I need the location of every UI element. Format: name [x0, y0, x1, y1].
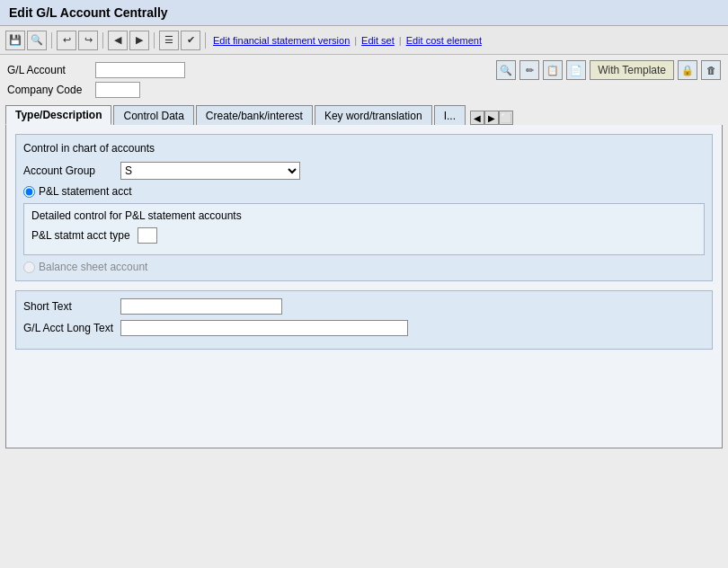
account-group-row: Account Group S [23, 162, 705, 180]
matchcode-button[interactable]: 🔍 [496, 60, 516, 80]
tab-control-data-label: Control Data [123, 110, 183, 122]
toolbar: 💾 🔍 ↩ ↪ ◀ ▶ ☰ ✔ Edit financial statement… [0, 26, 728, 55]
balance-sheet-radio-label[interactable]: Balance sheet account [23, 261, 147, 273]
pnl-subbox: Detailed control for P&L statement accou… [23, 203, 705, 255]
tab-type-description[interactable]: Type/Description [5, 105, 111, 125]
title-text: Edit G/L Account Centrally [9, 5, 168, 20]
short-text-label: Short Text [23, 300, 113, 313]
separator-3 [154, 32, 155, 49]
tab-more-label: I... [444, 110, 456, 122]
tab-scroll-left[interactable]: ◀ [470, 111, 484, 125]
balance-sheet-label: Balance sheet account [39, 261, 147, 273]
company-code-input[interactable] [95, 82, 140, 98]
copy-button[interactable]: 📋 [543, 60, 563, 80]
pnl-statmt-acct-type-row: P&L statmt acct type [31, 227, 697, 244]
prev-button[interactable]: ◀ [108, 31, 128, 50]
tabs-container: Type/Description Control Data Create/ban… [5, 105, 723, 125]
company-code-field-line: Company Code [7, 82, 721, 98]
long-text-label: G/L Acct Long Text [23, 322, 113, 334]
tab-control-data[interactable]: Control Data [113, 105, 193, 125]
tab-more[interactable]: I... [434, 105, 466, 125]
pnl-radio-row: P&L statement acct [23, 185, 705, 198]
subbox-title: Detailed control for P&L statement accou… [31, 209, 697, 222]
short-text-input[interactable] [120, 298, 282, 315]
pipe-2: | [399, 35, 402, 46]
short-text-row: Short Text [23, 298, 705, 315]
tab-keyword-translation[interactable]: Key word/translation [315, 105, 432, 125]
pipe-1: | [354, 35, 357, 46]
edit-fin-stmt-link[interactable]: Edit financial statement version [213, 35, 350, 46]
long-text-row: G/L Acct Long Text [23, 320, 705, 336]
edit-button[interactable]: ✏ [519, 60, 539, 80]
overview-button[interactable]: ☰ [159, 31, 179, 50]
pnl-statement-radio[interactable] [23, 186, 35, 198]
long-text-input[interactable] [120, 320, 408, 336]
next-button[interactable]: ▶ [129, 31, 149, 50]
edit-set-link[interactable]: Edit set [361, 35, 395, 46]
pnl-statement-label: P&L statement acct [39, 185, 132, 198]
balance-sheet-radio[interactable] [23, 262, 35, 273]
action-buttons-row: 🔍 ✏ 📋 📄 With Template 🔒 🗑 [496, 60, 721, 80]
gl-account-label: G/L Account [7, 64, 88, 76]
back-button[interactable]: ↩ [57, 31, 76, 50]
tab-create-bank-interest[interactable]: Create/bank/interest [196, 105, 313, 125]
top-fields-row: G/L Account 🔍 ✏ 📋 📄 With Template 🔒 🗑 [0, 55, 728, 82]
control-section-title: Control in chart of accounts [23, 142, 705, 155]
lock-button[interactable]: 🔒 [678, 60, 697, 80]
forward-button[interactable]: ↪ [78, 31, 98, 50]
tab-create-bank-interest-label: Create/bank/interest [206, 110, 303, 122]
tab-scroll-btns: ◀ ▶ ⬜ [470, 111, 513, 125]
gl-account-input[interactable] [95, 62, 185, 78]
separator-1 [51, 32, 52, 49]
copy-template-button[interactable]: 📄 [566, 60, 586, 80]
gl-account-row: G/L Account [7, 62, 185, 78]
tab-keyword-translation-label: Key word/translation [324, 110, 422, 122]
company-code-row: Company Code [0, 82, 728, 102]
tab-maximize[interactable]: ⬜ [499, 111, 513, 125]
account-group-select[interactable]: S [120, 162, 300, 180]
pnl-statmt-acct-type-label: P&L statmt acct type [31, 229, 130, 242]
tab-scroll-right[interactable]: ▶ [484, 111, 499, 125]
main-content: Control in chart of accounts Account Gro… [5, 125, 723, 448]
company-code-label: Company Code [7, 84, 88, 96]
save-button[interactable]: 💾 [5, 31, 25, 50]
separator-2 [102, 32, 103, 49]
edit-cost-elem-link[interactable]: Edit cost element [406, 35, 482, 46]
title-bar: Edit G/L Account Centrally [0, 0, 728, 26]
account-group-label: Account Group [23, 164, 113, 177]
pnl-statement-radio-label[interactable]: P&L statement acct [23, 185, 132, 198]
delete-button[interactable]: 🗑 [701, 60, 721, 80]
separator-4 [205, 32, 206, 49]
balance-sheet-row: Balance sheet account [23, 261, 705, 273]
text-section: Short Text G/L Acct Long Text [15, 290, 713, 350]
pnl-statmt-acct-type-input[interactable] [138, 227, 157, 244]
with-template-button[interactable]: With Template [590, 60, 674, 80]
check-button[interactable]: ✔ [181, 31, 200, 50]
find-button[interactable]: 🔍 [27, 31, 47, 50]
tab-type-description-label: Type/Description [15, 109, 102, 121]
control-section: Control in chart of accounts Account Gro… [15, 134, 713, 281]
